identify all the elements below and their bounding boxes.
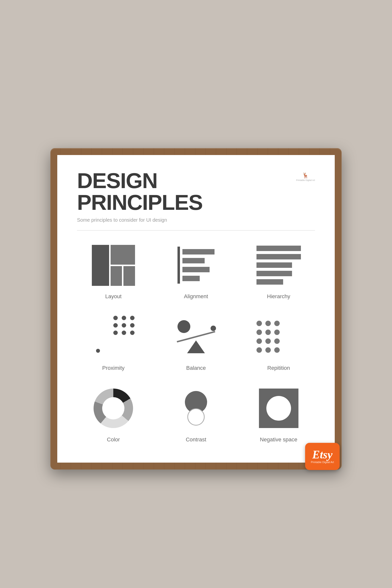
etsy-sub: Printable Digital Art bbox=[311, 460, 334, 464]
principle-cell-alignment: Alignment bbox=[160, 243, 232, 300]
layout-bottom-right bbox=[110, 266, 135, 286]
page-wrapper: DESIGN PRINCIPLES 🦌 Printable Digital Ar… bbox=[5, 15, 387, 588]
prox-dot-9 bbox=[130, 330, 134, 335]
repetition-icon bbox=[256, 321, 301, 353]
rep-dot-11 bbox=[265, 347, 271, 353]
align-bars bbox=[182, 246, 214, 281]
prox-dot-7 bbox=[113, 330, 118, 335]
etsy-logo: Etsy bbox=[312, 449, 332, 460]
hierarchy-label: Hierarchy bbox=[267, 293, 290, 300]
prox-dot-5 bbox=[122, 323, 126, 328]
prox-dot-1 bbox=[113, 316, 118, 320]
principle-cell-negative-space: Negative space bbox=[242, 386, 315, 443]
proximity-label: Proximity bbox=[102, 365, 124, 371]
title-block: DESIGN PRINCIPLES bbox=[77, 170, 202, 213]
rep-dot-8 bbox=[265, 338, 271, 344]
hier-bar-3 bbox=[256, 262, 292, 268]
balance-ball-big bbox=[178, 320, 190, 333]
prox-dot-2 bbox=[122, 316, 126, 320]
layout-left-bar bbox=[92, 245, 109, 286]
negative-space-icon bbox=[259, 388, 298, 428]
color-icon-area bbox=[88, 386, 138, 430]
negative-space-icon-area bbox=[254, 386, 304, 430]
logo-area: 🦌 Printable Digital Art bbox=[296, 172, 315, 182]
align-bar-1 bbox=[182, 249, 214, 254]
layout-br1 bbox=[110, 266, 122, 286]
repetition-icon-area bbox=[254, 314, 304, 359]
color-label: Color bbox=[107, 436, 120, 443]
hier-bar-2 bbox=[256, 254, 301, 260]
alignment-icon bbox=[178, 246, 214, 284]
principle-cell-color: Color bbox=[77, 386, 150, 443]
rep-dot-12 bbox=[274, 347, 280, 353]
principle-cell-repetition: Repitition bbox=[242, 314, 315, 371]
layout-icon-area bbox=[88, 243, 138, 287]
rep-dot-10 bbox=[256, 347, 262, 353]
hier-bar-5 bbox=[256, 279, 283, 284]
title-line2: PRINCIPLES bbox=[77, 190, 202, 214]
poster: DESIGN PRINCIPLES 🦌 Printable Digital Ar… bbox=[57, 155, 335, 462]
balance-triangle bbox=[187, 340, 205, 353]
dot-group bbox=[113, 316, 136, 335]
etsy-badge[interactable]: Etsy Printable Digital Art bbox=[305, 443, 340, 470]
title-line1: DESIGN bbox=[77, 168, 157, 193]
principle-cell-proximity: Proximity bbox=[77, 314, 150, 371]
balance-icon bbox=[172, 316, 220, 358]
layout-top-right bbox=[110, 245, 135, 264]
principles-grid: Layout bbox=[77, 243, 315, 443]
prox-dot-3 bbox=[130, 316, 134, 320]
repetition-label: Repitition bbox=[267, 365, 290, 371]
layout-icon bbox=[92, 245, 135, 286]
contrast-icon bbox=[185, 391, 207, 426]
hier-bar-4 bbox=[256, 271, 292, 276]
contrast-icon-area bbox=[171, 386, 221, 430]
proximity-icon-area bbox=[88, 314, 138, 359]
hierarchy-icon-area bbox=[254, 243, 304, 287]
poster-subtitle: Some principles to consider for UI desig… bbox=[77, 217, 315, 223]
poster-header: DESIGN PRINCIPLES 🦌 Printable Digital Ar… bbox=[77, 170, 315, 213]
rep-dot-6 bbox=[274, 330, 280, 335]
hierarchy-icon bbox=[256, 246, 301, 284]
principle-cell-layout: Layout bbox=[77, 243, 150, 300]
logo-text: Printable Digital Art bbox=[296, 179, 315, 182]
principle-cell-balance: Balance bbox=[160, 314, 232, 371]
color-donut bbox=[94, 388, 133, 428]
contrast-light-circle bbox=[187, 408, 205, 426]
balance-ball-small bbox=[210, 326, 216, 331]
principle-cell-hierarchy: Hierarchy bbox=[242, 243, 315, 300]
layout-label: Layout bbox=[105, 293, 122, 300]
align-bar-4 bbox=[182, 276, 200, 281]
rep-dot-9 bbox=[274, 338, 280, 344]
balance-icon-area bbox=[171, 314, 221, 359]
prox-dot-6 bbox=[130, 323, 134, 328]
alignment-icon-area bbox=[171, 243, 221, 287]
poster-title: DESIGN PRINCIPLES bbox=[77, 170, 202, 213]
align-vertical-bar bbox=[178, 246, 180, 284]
hier-bar-1 bbox=[256, 246, 301, 251]
prox-lone-dot bbox=[96, 349, 100, 353]
align-bar-2 bbox=[182, 258, 205, 264]
contrast-label: Contrast bbox=[186, 436, 206, 443]
rep-dot-2 bbox=[265, 321, 271, 326]
align-bar-3 bbox=[182, 267, 210, 272]
frame-outer: DESIGN PRINCIPLES 🦌 Printable Digital Ar… bbox=[50, 148, 342, 470]
rep-dot-3 bbox=[274, 321, 280, 326]
negative-space-label: Negative space bbox=[260, 436, 298, 443]
color-donut-inner bbox=[102, 397, 124, 420]
rep-dot-5 bbox=[265, 330, 271, 335]
prox-dot-4 bbox=[113, 323, 118, 328]
balance-label: Balance bbox=[186, 365, 206, 371]
deer-icon: 🦌 bbox=[302, 172, 309, 179]
rep-dot-1 bbox=[256, 321, 262, 326]
rep-dot-7 bbox=[256, 338, 262, 344]
divider bbox=[77, 230, 315, 230]
layout-br2 bbox=[124, 266, 135, 286]
rep-dot-4 bbox=[256, 330, 262, 335]
negative-space-circle bbox=[266, 396, 291, 421]
alignment-label: Alignment bbox=[184, 293, 208, 300]
prox-dot-8 bbox=[122, 330, 126, 335]
proximity-icon bbox=[91, 316, 136, 358]
principle-cell-contrast: Contrast bbox=[160, 386, 232, 443]
